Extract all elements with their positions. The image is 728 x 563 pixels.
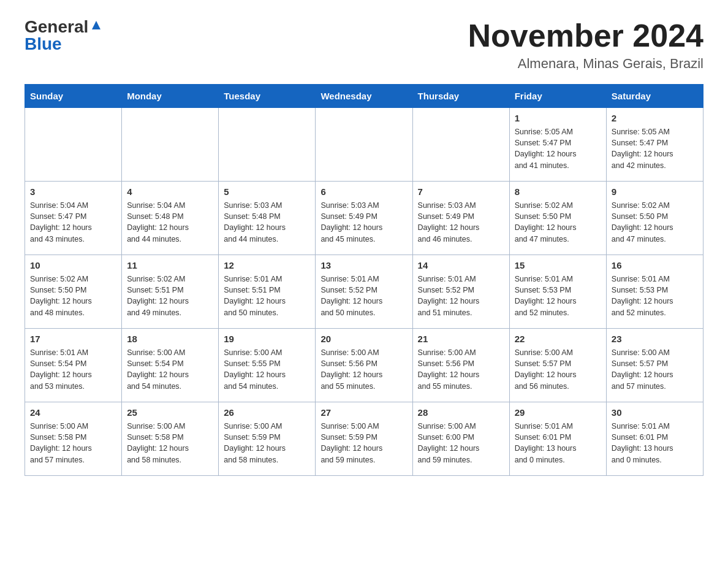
day-info: Sunrise: 5:02 AM Sunset: 5:50 PM Dayligh… [30,274,116,318]
day-info: Sunrise: 5:04 AM Sunset: 5:47 PM Dayligh… [30,200,116,245]
calendar-cell: 22Sunrise: 5:00 AM Sunset: 5:57 PM Dayli… [509,329,606,402]
day-info: Sunrise: 5:00 AM Sunset: 5:59 PM Dayligh… [320,421,407,465]
day-info: Sunrise: 5:00 AM Sunset: 5:57 PM Dayligh… [612,347,698,392]
calendar-cell: 15Sunrise: 5:01 AM Sunset: 5:53 PM Dayli… [509,255,606,329]
calendar-cell: 6Sunrise: 5:03 AM Sunset: 5:49 PM Daylig… [316,182,412,255]
week-row-3: 10Sunrise: 5:02 AM Sunset: 5:50 PM Dayli… [25,255,703,329]
day-info: Sunrise: 5:00 AM Sunset: 5:54 PM Dayligh… [127,347,213,392]
calendar-header-row: SundayMondayTuesdayWednesdayThursdayFrid… [25,85,703,108]
calendar-cell [122,108,219,182]
week-row-2: 3Sunrise: 5:04 AM Sunset: 5:47 PM Daylig… [25,182,703,255]
week-row-1: 1Sunrise: 5:05 AM Sunset: 5:47 PM Daylig… [25,108,703,182]
logo-blue-text: Blue [25,36,62,53]
day-number: 7 [418,185,504,198]
calendar-cell: 26Sunrise: 5:00 AM Sunset: 5:59 PM Dayli… [219,402,316,476]
day-number: 20 [320,332,407,345]
calendar-cell: 28Sunrise: 5:00 AM Sunset: 6:00 PM Dayli… [412,402,509,476]
calendar-cell: 13Sunrise: 5:01 AM Sunset: 5:52 PM Dayli… [316,255,412,329]
week-row-4: 17Sunrise: 5:01 AM Sunset: 5:54 PM Dayli… [25,329,703,402]
calendar-cell [219,108,316,182]
week-row-5: 24Sunrise: 5:00 AM Sunset: 5:58 PM Dayli… [25,402,703,476]
day-info: Sunrise: 5:04 AM Sunset: 5:48 PM Dayligh… [127,200,213,245]
calendar-cell: 18Sunrise: 5:00 AM Sunset: 5:54 PM Dayli… [122,329,219,402]
calendar-cell: 9Sunrise: 5:02 AM Sunset: 5:50 PM Daylig… [606,182,703,255]
day-info: Sunrise: 5:00 AM Sunset: 5:57 PM Dayligh… [515,347,601,392]
day-info: Sunrise: 5:00 AM Sunset: 5:56 PM Dayligh… [418,347,504,392]
col-header-wednesday: Wednesday [316,85,412,108]
calendar-cell: 7Sunrise: 5:03 AM Sunset: 5:49 PM Daylig… [412,182,509,255]
day-number: 24 [30,406,116,419]
day-info: Sunrise: 5:00 AM Sunset: 5:56 PM Dayligh… [320,347,407,392]
day-info: Sunrise: 5:02 AM Sunset: 5:51 PM Dayligh… [127,274,213,318]
day-number: 21 [418,332,504,345]
day-info: Sunrise: 5:00 AM Sunset: 5:59 PM Dayligh… [224,421,310,465]
day-number: 4 [127,185,213,198]
day-number: 5 [224,185,310,198]
day-info: Sunrise: 5:01 AM Sunset: 5:53 PM Dayligh… [612,274,698,318]
day-number: 30 [612,406,698,419]
day-number: 13 [320,259,407,272]
day-number: 19 [224,332,310,345]
day-info: Sunrise: 5:01 AM Sunset: 5:54 PM Dayligh… [30,347,116,392]
day-number: 14 [418,259,504,272]
day-number: 9 [612,185,698,198]
day-number: 18 [127,332,213,345]
calendar-cell: 14Sunrise: 5:01 AM Sunset: 5:52 PM Dayli… [412,255,509,329]
day-number: 25 [127,406,213,419]
calendar-cell: 8Sunrise: 5:02 AM Sunset: 5:50 PM Daylig… [509,182,606,255]
calendar-cell: 16Sunrise: 5:01 AM Sunset: 5:53 PM Dayli… [606,255,703,329]
day-info: Sunrise: 5:01 AM Sunset: 5:53 PM Dayligh… [515,274,601,318]
col-header-sunday: Sunday [25,85,122,108]
calendar-cell: 24Sunrise: 5:00 AM Sunset: 5:58 PM Dayli… [25,402,122,476]
day-number: 15 [515,259,601,272]
day-number: 1 [515,112,601,124]
col-header-monday: Monday [122,85,219,108]
day-number: 2 [612,112,698,124]
calendar-cell: 17Sunrise: 5:01 AM Sunset: 5:54 PM Dayli… [25,329,122,402]
calendar-cell: 21Sunrise: 5:00 AM Sunset: 5:56 PM Dayli… [412,329,509,402]
day-number: 23 [612,332,698,345]
calendar-cell: 25Sunrise: 5:00 AM Sunset: 5:58 PM Dayli… [122,402,219,476]
day-info: Sunrise: 5:01 AM Sunset: 6:01 PM Dayligh… [515,421,601,465]
calendar-cell: 4Sunrise: 5:04 AM Sunset: 5:48 PM Daylig… [122,182,219,255]
col-header-saturday: Saturday [606,85,703,108]
col-header-thursday: Thursday [412,85,509,108]
day-number: 12 [224,259,310,272]
calendar-cell: 11Sunrise: 5:02 AM Sunset: 5:51 PM Dayli… [122,255,219,329]
day-info: Sunrise: 5:00 AM Sunset: 5:58 PM Dayligh… [30,421,116,465]
day-number: 26 [224,406,310,419]
day-number: 8 [515,185,601,198]
col-header-tuesday: Tuesday [219,85,316,108]
day-info: Sunrise: 5:02 AM Sunset: 5:50 PM Dayligh… [612,200,698,245]
day-info: Sunrise: 5:00 AM Sunset: 6:00 PM Dayligh… [418,421,504,465]
day-info: Sunrise: 5:03 AM Sunset: 5:48 PM Dayligh… [224,200,310,245]
calendar-cell: 23Sunrise: 5:00 AM Sunset: 5:57 PM Dayli… [606,329,703,402]
col-header-friday: Friday [509,85,606,108]
day-info: Sunrise: 5:00 AM Sunset: 5:55 PM Dayligh… [224,347,310,392]
page-header: General Blue November 2024 Almenara, Min… [25,18,703,72]
calendar-cell: 27Sunrise: 5:00 AM Sunset: 5:59 PM Dayli… [316,402,412,476]
day-number: 27 [320,406,407,419]
calendar-cell: 19Sunrise: 5:00 AM Sunset: 5:55 PM Dayli… [219,329,316,402]
calendar-cell: 10Sunrise: 5:02 AM Sunset: 5:50 PM Dayli… [25,255,122,329]
calendar-cell: 29Sunrise: 5:01 AM Sunset: 6:01 PM Dayli… [509,402,606,476]
day-info: Sunrise: 5:01 AM Sunset: 5:51 PM Dayligh… [224,274,310,318]
svg-marker-0 [92,21,100,29]
day-info: Sunrise: 5:02 AM Sunset: 5:50 PM Dayligh… [515,200,601,245]
calendar-cell [316,108,412,182]
day-number: 11 [127,259,213,272]
calendar-cell [412,108,509,182]
calendar-cell: 3Sunrise: 5:04 AM Sunset: 5:47 PM Daylig… [25,182,122,255]
day-info: Sunrise: 5:03 AM Sunset: 5:49 PM Dayligh… [418,200,504,245]
day-info: Sunrise: 5:05 AM Sunset: 5:47 PM Dayligh… [515,126,601,171]
location-subtitle: Almenara, Minas Gerais, Brazil [468,56,703,72]
day-number: 29 [515,406,601,419]
day-number: 16 [612,259,698,272]
calendar-table: SundayMondayTuesdayWednesdayThursdayFrid… [25,84,703,476]
day-info: Sunrise: 5:01 AM Sunset: 5:52 PM Dayligh… [320,274,407,318]
calendar-cell: 20Sunrise: 5:00 AM Sunset: 5:56 PM Dayli… [316,329,412,402]
logo-general-text: General [25,18,88,36]
day-number: 28 [418,406,504,419]
calendar-cell: 1Sunrise: 5:05 AM Sunset: 5:47 PM Daylig… [509,108,606,182]
month-title: November 2024 [468,18,703,53]
